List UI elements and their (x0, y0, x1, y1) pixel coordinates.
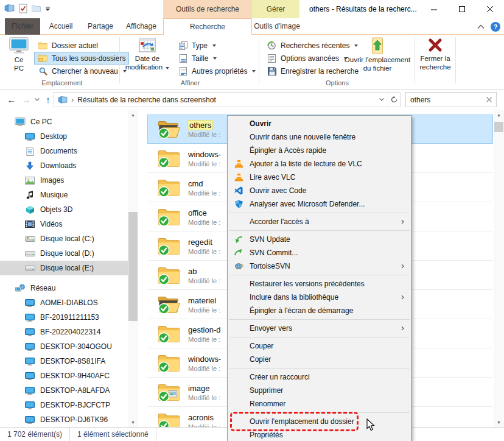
sidebar-item-desktop-304ogou[interactable]: DESKTOP-304OGOU (0, 339, 128, 354)
menu-item-accorder-l-acces-a[interactable]: Accorder l'accès à › (228, 215, 411, 228)
address-dropdown-button[interactable] (376, 93, 388, 107)
subfolders-icon (38, 54, 48, 62)
ribbon-button-autres-proprietes[interactable]: Autres propriétés (174, 65, 259, 77)
maximize-button[interactable] (448, 0, 476, 18)
scrollbar-thumb[interactable] (494, 122, 503, 132)
filelist-scrollbar[interactable]: ▲ ▼ (494, 110, 504, 427)
help-button[interactable]: ? (491, 22, 500, 32)
tab-label: Partage (88, 22, 113, 30)
menu-item-lire-avec-vlc[interactable]: Lire avec VLC › (228, 171, 411, 184)
menu-item-ouvrir-dans-une-nouvelle-fenetre[interactable]: Ouvrir dans une nouvelle fenêtre › (228, 130, 411, 144)
ribbon-tab-affichage[interactable]: Affichage (121, 18, 162, 35)
menu-item-creer-un-raccourci[interactable]: Créer un raccourci › (228, 370, 411, 384)
file-modified-label: Modifié le : (188, 277, 220, 284)
minimize-button[interactable] (420, 0, 448, 18)
ribbon-tab-partage[interactable]: Partage (82, 18, 119, 35)
clear-search-button[interactable] (486, 97, 492, 102)
menu-item-ajouter-a-la-liste-de-lecture-de-vlc[interactable]: Ajouter à la liste de lecture de VLC › (228, 157, 411, 171)
menu-item-copier[interactable]: Copier › (228, 353, 411, 366)
menu-item-svn-commit[interactable]: SVN Commit... › (228, 246, 411, 259)
scroll-up-icon[interactable]: ▲ (128, 110, 138, 119)
menu-item-epingler-a-acces-rapide[interactable]: Épingler à Accès rapide › (228, 144, 411, 157)
back-button[interactable]: ← (5, 90, 18, 110)
up-button[interactable]: ↑ (41, 90, 55, 110)
close-search-button[interactable]: Fermer la recherche (416, 37, 454, 72)
ribbon-button-options-avancees[interactable]: Options avancées (263, 52, 351, 65)
menu-item-restaurer-les-versions-precedentes[interactable]: Restaurer les versions précédentes › (228, 277, 411, 291)
address-box[interactable]: › Résultats de la recherche dans screens… (54, 92, 401, 107)
sidebar-item-desktop-dj6tk96[interactable]: DESKTOP-DJ6TK96 (0, 412, 128, 427)
sidebar-item-images[interactable]: Images (0, 173, 128, 188)
recent-locations-button[interactable] (33, 90, 41, 110)
ribbon-tab-recherche[interactable]: Recherche (163, 18, 252, 35)
breadcrumb[interactable]: Résultats de la recherche dans screensho… (77, 96, 215, 104)
sidebar-item-reseau[interactable]: Réseau (0, 281, 128, 295)
up-arrow-icon: ↑ (46, 94, 51, 105)
menu-item-svn-update[interactable]: SVN Update › (228, 233, 411, 246)
ribbon-button-dossier-actuel[interactable]: Dossier actuel (34, 39, 102, 52)
refresh-button[interactable] (388, 93, 400, 107)
scrollbar-thumb[interactable] (128, 212, 138, 321)
menu-item-couper[interactable]: Couper › (228, 339, 411, 353)
sidebar-item-bf-202204022314[interactable]: BF-202204022314 (0, 325, 128, 339)
sidebar-item-desktop[interactable]: Desktop (0, 129, 128, 144)
scroll-down-icon[interactable]: ▼ (494, 417, 504, 427)
sidebar-item-desktop-9h40afc[interactable]: DESKTOP-9H40AFC (0, 369, 128, 383)
menu-item-ouvrir[interactable]: Ouvrir › (228, 117, 411, 130)
sidebar-item-bf-201911211153[interactable]: BF-201911211153 (0, 310, 128, 325)
menu-item-proprietes[interactable]: Propriétés › (228, 428, 411, 441)
qat-button[interactable] (18, 3, 28, 16)
folder-checked-icon (158, 354, 183, 373)
folder-checked-icon (158, 325, 183, 344)
scroll-down-icon[interactable]: ▼ (128, 417, 138, 427)
menu-item-inclure-dans-la-bibliotheque[interactable]: Inclure dans la bibliothèque › (228, 291, 411, 304)
scroll-up-icon[interactable]: ▲ (494, 110, 504, 119)
ribbon-button-type[interactable]: Type (174, 39, 220, 52)
date-modified-button[interactable]: Date de modification (123, 37, 172, 72)
sidebar-item-desktop-bjcfctp[interactable]: DESKTOP-BJCFCTP (0, 398, 128, 412)
ribbon-tab-accueil[interactable]: Accueil (41, 18, 80, 35)
ribbon-button-taille[interactable]: Taille (174, 52, 220, 65)
sidebar-item-desktop-a8lafda[interactable]: DESKTOP-A8LAFDA (0, 383, 128, 398)
ribbon-tab-fichier[interactable]: Fichier (5, 18, 40, 35)
sidebar-item-videos[interactable]: Vidéos (0, 217, 128, 231)
close-button[interactable] (476, 0, 504, 18)
sidebar-item-documents[interactable]: Documents (0, 144, 128, 158)
sidebar-item-desktop-8s81ifa[interactable]: DESKTOP-8S81IFA (0, 354, 128, 369)
sidebar-item-objets-3d[interactable]: Objets 3D (0, 202, 128, 217)
this-pc-button[interactable]: Ce PC (5, 37, 33, 73)
qat-button[interactable] (44, 4, 51, 14)
menu-item-label: Épingler à l'écran de démarrage (250, 306, 353, 315)
ribbon-tab-outils-d-image[interactable]: Outils d'image (252, 18, 302, 35)
sidebar-item-musique[interactable]: Musique (0, 188, 128, 202)
qat-button[interactable] (4, 3, 15, 15)
ribbon-button-tous-les-sous-dossiers[interactable]: Tous les sous-dossiers (34, 52, 129, 65)
sidebar-item-disque-local-e[interactable]: Disque local (E:) (0, 261, 128, 275)
menu-item-renommer[interactable]: Renommer › (228, 397, 411, 411)
menu-item-analyser-avec-microsoft-defender[interactable]: Analyser avec Microsoft Defender... › (228, 197, 411, 211)
sidebar-item-aomei-diablos[interactable]: AOMEI-DIABLOS (0, 295, 128, 310)
forward-button[interactable]: → (19, 90, 33, 110)
menu-item-envoyer-vers[interactable]: Envoyer vers › (228, 322, 411, 335)
sidebar-item-disque-local-c[interactable]: Disque local (C:) (0, 231, 128, 246)
search-input[interactable] (410, 96, 486, 104)
menu-item-ouvrir-avec-code[interactable]: Ouvrir avec Code › (228, 184, 411, 197)
file-name: gestion-d (188, 325, 220, 334)
menu-item-epingler-a-l-ecran-de-demarrage[interactable]: Épingler à l'écran de démarrage › (228, 304, 411, 317)
file-info: gestion-d Modifié le : (188, 325, 220, 343)
menu-item-supprimer[interactable]: Supprimer › (228, 384, 411, 397)
menu-item-tortoisesvn[interactable]: TortoiseSVN › (228, 259, 411, 273)
sidebar-item-downloads[interactable]: Downloads (0, 158, 128, 173)
ribbon-button-label: Tous les sous-dossiers (52, 54, 125, 63)
date-modified-label: Date de modification (123, 55, 172, 72)
menu-item-ouvrir-l-emplacement-du-dossier[interactable]: Ouvrir l'emplacement du dossier › (228, 415, 411, 428)
sidebar-scrollbar[interactable]: ▲ ▼ (128, 110, 138, 427)
collapse-ribbon-button[interactable] (477, 23, 485, 31)
open-file-location-button[interactable]: Ouvrir l'emplacement du fichier (342, 37, 413, 73)
ribbon-button-chercher-a-nouveau[interactable]: Chercher à nouveau (34, 65, 130, 77)
sidebar-item-disque-local-d[interactable]: Disque local (D:) (0, 246, 128, 261)
dropdown-caret-icon (252, 70, 256, 72)
qat-button[interactable] (31, 4, 41, 15)
folder-open-checked-icon (158, 120, 183, 139)
sidebar-item-ce-pc[interactable]: Ce PC (0, 115, 128, 129)
